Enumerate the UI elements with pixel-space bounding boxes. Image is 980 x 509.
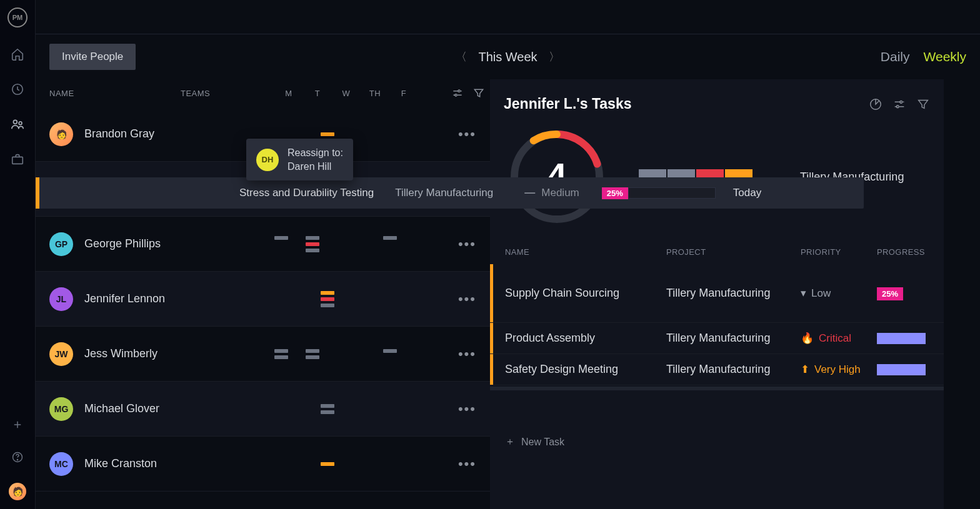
- task-project: Tillery Manufacturing: [666, 363, 801, 376]
- task-stripe: [36, 177, 39, 209]
- person-row[interactable]: JW Jess Wimberly •••: [36, 327, 490, 382]
- svg-point-1: [13, 120, 17, 124]
- task-panel: Jennifer L.'s Tasks 4 Tillery Manufactur…: [490, 79, 944, 509]
- task-project: Tillery Manufacturing: [666, 332, 801, 345]
- person-name: George Phillips: [84, 237, 161, 250]
- person-name: Brandon Gray: [84, 127, 154, 141]
- svg-rect-3: [12, 157, 23, 164]
- sliders-icon[interactable]: [892, 97, 906, 111]
- drag-task-progress: 25%: [602, 187, 716, 199]
- tasks-columns-header: NAME PROJECT PRIORITY PROGRESS: [490, 239, 944, 264]
- col-day-th: TH: [361, 89, 389, 98]
- col-name: NAME: [49, 89, 181, 98]
- person-name: Michael Glover: [84, 402, 159, 415]
- chevron-down-icon: ▾: [801, 287, 806, 300]
- row-menu-icon[interactable]: •••: [458, 401, 476, 417]
- help-icon[interactable]: [11, 450, 24, 464]
- task-priority: ▾Low: [801, 287, 877, 300]
- tooltip-avatar: DH: [256, 149, 279, 171]
- svg-point-7: [455, 94, 457, 96]
- period-navigator: 〈 This Week 〉: [456, 49, 559, 64]
- row-menu-icon[interactable]: •••: [458, 236, 476, 252]
- reassign-tooltip: DH Reassign to: Daren Hill: [246, 139, 353, 180]
- task-name: Product Assembly: [505, 332, 666, 345]
- col-day-w: W: [332, 89, 361, 98]
- row-menu-icon[interactable]: •••: [458, 126, 476, 142]
- avatar: MC: [49, 452, 73, 476]
- drag-task-project: Tillery Manufacturing: [395, 187, 493, 199]
- progress-badge: 25%: [877, 287, 903, 300]
- plus-icon: ＋: [505, 435, 515, 448]
- chevron-right-icon[interactable]: 〉: [549, 49, 560, 64]
- task-row[interactable]: Product Assembly Tillery Manufacturing 🔥…: [490, 323, 944, 354]
- avatar: 🧑: [49, 122, 73, 146]
- current-user-avatar[interactable]: 🧑: [9, 483, 26, 500]
- task-priority: ⬆Very High: [801, 363, 877, 376]
- logo[interactable]: PM: [8, 7, 28, 27]
- svg-point-9: [900, 101, 902, 103]
- svg-point-6: [458, 90, 460, 92]
- avatar: GP: [49, 232, 73, 256]
- task-count-gauge: 4: [504, 124, 610, 230]
- task-stripe: [490, 354, 493, 385]
- row-menu-icon[interactable]: •••: [458, 291, 476, 307]
- col-day-f: F: [389, 89, 418, 98]
- filter-icon[interactable]: [472, 87, 485, 99]
- top-divider: [36, 0, 980, 34]
- person-row[interactable]: GP George Phillips •••: [36, 217, 490, 272]
- topbar: Invite People 〈 This Week 〉 Daily Weekly: [36, 34, 980, 79]
- person-row[interactable]: MC Mike Cranston •••: [36, 437, 490, 492]
- new-task-button[interactable]: ＋ New Task: [505, 435, 564, 448]
- scrollbar-track[interactable]: [490, 387, 944, 390]
- panel-title: Jennifer L.'s Tasks: [504, 96, 631, 112]
- col-day-t: T: [303, 89, 332, 98]
- view-daily[interactable]: Daily: [881, 49, 910, 64]
- filter-icon[interactable]: [916, 97, 930, 111]
- person-name: Mike Cranston: [84, 457, 157, 470]
- chevron-left-icon[interactable]: 〈: [456, 49, 467, 64]
- drag-task-priority: —Medium: [524, 187, 579, 199]
- task-stripe: [490, 264, 493, 322]
- avatar: JL: [49, 287, 73, 311]
- arrow-up-icon: ⬆: [801, 363, 809, 376]
- people-columns-header: NAME TEAMS M T W TH F: [36, 79, 490, 107]
- sliders-icon[interactable]: [451, 87, 464, 99]
- task-row[interactable]: Safety Design Meeting Tillery Manufactur…: [490, 354, 944, 385]
- progress-bar: [877, 364, 926, 375]
- th-priority: PRIORITY: [801, 247, 877, 257]
- plus-icon[interactable]: [11, 418, 24, 432]
- drag-task-name: Stress and Durability Testing: [239, 187, 374, 199]
- task-stripe: [490, 323, 493, 353]
- row-menu-icon[interactable]: •••: [458, 456, 476, 472]
- avatar: MG: [49, 397, 73, 421]
- person-row[interactable]: JL Jennifer Lennon •••: [36, 272, 490, 327]
- th-name: NAME: [505, 247, 666, 257]
- person-name: Jess Wimberly: [84, 347, 158, 360]
- avatar: JW: [49, 342, 73, 366]
- svg-point-10: [896, 105, 899, 107]
- drag-task-due: Today: [733, 187, 761, 199]
- new-task-label: New Task: [521, 437, 564, 448]
- person-row[interactable]: MG Michael Glover •••: [36, 382, 490, 437]
- clock-icon[interactable]: [11, 82, 24, 96]
- svg-point-5: [17, 460, 18, 460]
- dragged-task-bar[interactable]: Stress and Durability Testing Tillery Ma…: [36, 177, 864, 209]
- col-teams: TEAMS: [181, 89, 274, 98]
- pie-icon[interactable]: [869, 97, 882, 111]
- tooltip-name: Daren Hill: [288, 160, 343, 174]
- task-priority: 🔥Critical: [801, 332, 877, 345]
- view-weekly[interactable]: Weekly: [924, 49, 966, 64]
- flame-icon: 🔥: [801, 332, 814, 345]
- th-project: PROJECT: [666, 247, 801, 257]
- sidebar: PM 🧑: [0, 0, 36, 509]
- person-name: Jennifer Lennon: [84, 292, 165, 305]
- svg-point-2: [19, 122, 22, 125]
- briefcase-icon[interactable]: [11, 152, 24, 166]
- task-name: Supply Chain Sourcing: [505, 287, 666, 300]
- task-row[interactable]: Supply Chain Sourcing Tillery Manufactur…: [490, 264, 944, 323]
- row-menu-icon[interactable]: •••: [458, 346, 476, 362]
- home-icon[interactable]: [11, 47, 24, 61]
- people-icon[interactable]: [11, 117, 24, 131]
- period-label: This Week: [478, 50, 537, 64]
- invite-people-button[interactable]: Invite People: [49, 44, 136, 70]
